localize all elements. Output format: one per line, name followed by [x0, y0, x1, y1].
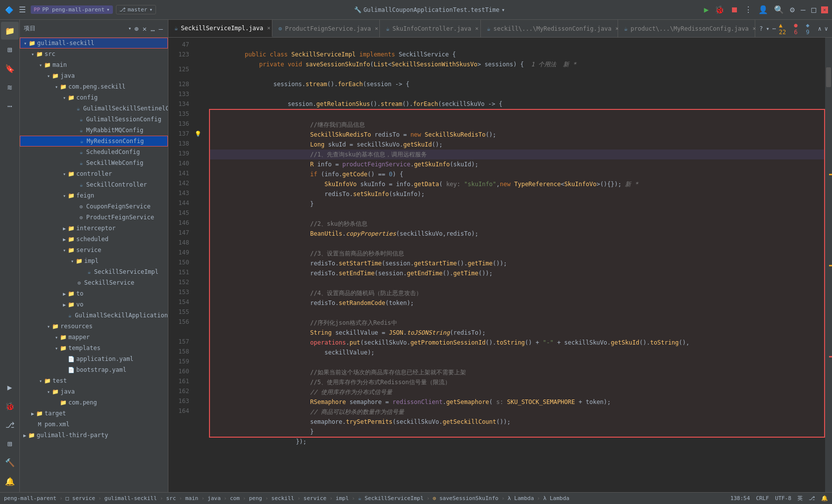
- stop-button[interactable]: ⏹: [729, 4, 739, 15]
- breadcrumb-com[interactable]: com: [230, 495, 240, 502]
- warnings-badge[interactable]: ▲ 22: [779, 22, 791, 36]
- tree-test-java[interactable]: ▾ 📁 java: [20, 386, 168, 397]
- breadcrumb-seckill-pkg[interactable]: seckill: [271, 495, 294, 502]
- tab-redisson-seckill[interactable]: ☕ seckill\...\MyRedissonConfig.java ✕: [481, 20, 618, 37]
- activity-git[interactable]: ⎇: [1, 416, 19, 434]
- right-scrollbar[interactable]: [825, 38, 832, 492]
- tab-more-icon[interactable]: ⋯: [773, 25, 776, 32]
- run-button[interactable]: ▶: [703, 4, 710, 15]
- tree-resources[interactable]: ▾ 📁 resources: [20, 321, 168, 332]
- tree-vo[interactable]: ▶ 📁 vo: [20, 299, 168, 310]
- breadcrumb-main[interactable]: main: [185, 495, 199, 502]
- hide-icon[interactable]: —: [158, 24, 164, 34]
- tree-templates[interactable]: ▾ 📁 templates: [20, 343, 168, 353]
- notifications-icon[interactable]: 🔔: [821, 495, 828, 502]
- breadcrumb-lambda1[interactable]: λ Lambda: [508, 495, 534, 502]
- scroll-up-icon[interactable]: ∧: [818, 25, 822, 32]
- tab-redisson-product[interactable]: ☕ product\...\MyRedissonConfig.java ✕: [618, 20, 755, 37]
- tree-mapper[interactable]: ▾ 📁 mapper: [20, 332, 168, 343]
- tree-web-config[interactable]: ▾ ☕ SeckillWebConfig: [20, 157, 168, 168]
- breadcrumb-peng[interactable]: peng: [249, 495, 262, 502]
- tab-close-sku[interactable]: ✕: [475, 25, 479, 32]
- charset-indicator[interactable]: UTF-8: [775, 495, 791, 502]
- activity-project[interactable]: 📁: [1, 22, 19, 40]
- project-badge[interactable]: PP PP peng-mall-parent ▾: [31, 5, 113, 14]
- tree-test-com[interactable]: ▾ 📁 com.peng: [20, 397, 168, 408]
- tree-root-seckill[interactable]: ▾ 📁 gulimall-seckill: [20, 38, 168, 49]
- errors-badge[interactable]: ● 6: [794, 22, 803, 36]
- tree-session-config[interactable]: ▾ ☕ GulimallSessionConfig: [20, 114, 168, 125]
- tab-product-feign[interactable]: ⊙ ProductFeignService.java ✕: [272, 20, 380, 37]
- activity-more[interactable]: ⋯: [1, 97, 19, 115]
- close-btn[interactable]: ✕: [821, 6, 828, 13]
- tree-third-party[interactable]: ▶ 📁 gulimall-third-party: [20, 430, 168, 441]
- line-col-indicator[interactable]: 138:54: [730, 495, 750, 502]
- hints-badge[interactable]: ◆ 9: [806, 22, 815, 36]
- breadcrumb-method[interactable]: ⊙ saveSessionSkuInfo: [433, 495, 498, 502]
- tree-pom[interactable]: ▾ M pom.xml: [20, 419, 168, 430]
- breadcrumb-seckill[interactable]: gulimall-seckill: [104, 495, 157, 502]
- scrollbar-thumb[interactable]: [826, 67, 831, 87]
- tree-product-feign[interactable]: ▾ ⊙ ProductFeignService: [20, 212, 168, 223]
- tree-target[interactable]: ▶ 📁 target: [20, 408, 168, 419]
- tree-src[interactable]: ▾ 📁 src: [20, 49, 168, 59]
- tree-interceptor[interactable]: ▶ 📁 interceptor: [20, 223, 168, 234]
- activity-notifications[interactable]: 🔔: [1, 472, 19, 490]
- activity-terminal[interactable]: ⊞: [1, 435, 19, 453]
- debug-button[interactable]: 🐞: [714, 4, 726, 15]
- tree-sentinel-config[interactable]: ▾ ☕ GulimallSeckillSentinelConfig.java: [20, 103, 168, 114]
- tree-feign[interactable]: ▾ 📁 feign: [20, 190, 168, 201]
- branch-dropdown-icon[interactable]: ▾: [149, 6, 153, 13]
- tree-coupon-feign[interactable]: ▾ ⊙ CouponFeignService: [20, 201, 168, 212]
- breadcrumb-class[interactable]: ☕ SeckillServiceImpl: [358, 495, 423, 502]
- search-title-icon[interactable]: 🔍: [773, 4, 785, 15]
- maximize-btn[interactable]: □: [810, 4, 817, 15]
- more-icon[interactable]: …: [150, 24, 156, 34]
- branch-badge[interactable]: ⎇ master ▾: [116, 5, 156, 14]
- activity-debug[interactable]: 🐞: [1, 397, 19, 415]
- tree-service[interactable]: ▾ 📁 service: [20, 245, 168, 255]
- tree-com-peng[interactable]: ▾ 📁 com.peng.seckill: [20, 81, 168, 92]
- tab-dropdown-icon[interactable]: ▾: [766, 25, 769, 32]
- breadcrumb-service[interactable]: □ service: [66, 495, 96, 502]
- tab-sku-controller[interactable]: ☕ SkuInfoController.java ✕: [380, 20, 481, 37]
- collapse-icon[interactable]: ✕: [142, 24, 148, 34]
- tree-seckill-controller[interactable]: ▾ ☕ SeckillController: [20, 179, 168, 190]
- breadcrumb-lambda2[interactable]: λ Lambda: [543, 495, 570, 502]
- tree-app-yaml[interactable]: ▾ 📄 application.yaml: [20, 353, 168, 364]
- code-content[interactable]: public class SeckillServiceImpl implemen…: [203, 38, 825, 492]
- tree-rabbitmq-config[interactable]: ▾ ☕ MyRabbitMQConfig: [20, 125, 168, 136]
- breadcrumb-service-pkg[interactable]: service: [304, 495, 326, 502]
- crlf-indicator[interactable]: CRLF: [756, 495, 769, 502]
- activity-commit[interactable]: ⊞: [1, 41, 19, 58]
- run-config-dropdown[interactable]: ▾: [501, 6, 505, 13]
- tree-bootstrap-yaml[interactable]: ▾ 📄 bootstrap.yaml: [20, 364, 168, 375]
- tree-seckill-service[interactable]: ▾ ⊙ SeckillService: [20, 277, 168, 288]
- menu-icon[interactable]: ☰: [17, 4, 28, 15]
- tab-help-icon[interactable]: ?: [759, 25, 763, 32]
- scroll-down-icon[interactable]: ∨: [825, 25, 828, 32]
- lang-indicator[interactable]: 英: [797, 495, 803, 502]
- bulb-icon-138[interactable]: 💡: [195, 131, 202, 137]
- tab-seckill-impl[interactable]: ☕ SeckillServiceImpl.java ✕: [168, 20, 272, 37]
- tree-scheduled-config[interactable]: ▾ ☕ ScheduledConfig: [20, 147, 168, 157]
- activity-build[interactable]: 🔨: [1, 454, 19, 471]
- project-dropdown-icon[interactable]: ▾: [106, 6, 110, 13]
- tab-close-seckill[interactable]: ✕: [267, 25, 270, 31]
- tree-config[interactable]: ▾ 📁 config: [20, 92, 168, 103]
- tree-redisson-config[interactable]: ▾ ☕ MyRedissonConfig: [20, 136, 168, 147]
- activity-bookmark[interactable]: 🔖: [1, 59, 19, 77]
- project-scope-dropdown[interactable]: ▾: [128, 25, 132, 32]
- tree-seckill-impl[interactable]: ▾ ☕ SeckillServiceImpl: [20, 266, 168, 277]
- tree-controller[interactable]: ▾ 📁 controller: [20, 168, 168, 179]
- breadcrumb-impl-pkg[interactable]: impl: [336, 495, 349, 502]
- settings-icon[interactable]: ⚙: [789, 4, 796, 15]
- tree-java[interactable]: ▾ 📁 java: [20, 70, 168, 81]
- tree-test[interactable]: ▾ 📁 test: [20, 375, 168, 386]
- tree-impl[interactable]: ▾ 📁 impl: [20, 255, 168, 266]
- tree-main-app[interactable]: ▾ ☕ GulimallSeckillApplication: [20, 310, 168, 321]
- new-file-icon[interactable]: ⊕: [133, 24, 139, 34]
- activity-structure[interactable]: ≋: [1, 78, 19, 96]
- breadcrumb-src[interactable]: src: [166, 495, 176, 502]
- more-actions-title[interactable]: ⋮: [743, 4, 753, 15]
